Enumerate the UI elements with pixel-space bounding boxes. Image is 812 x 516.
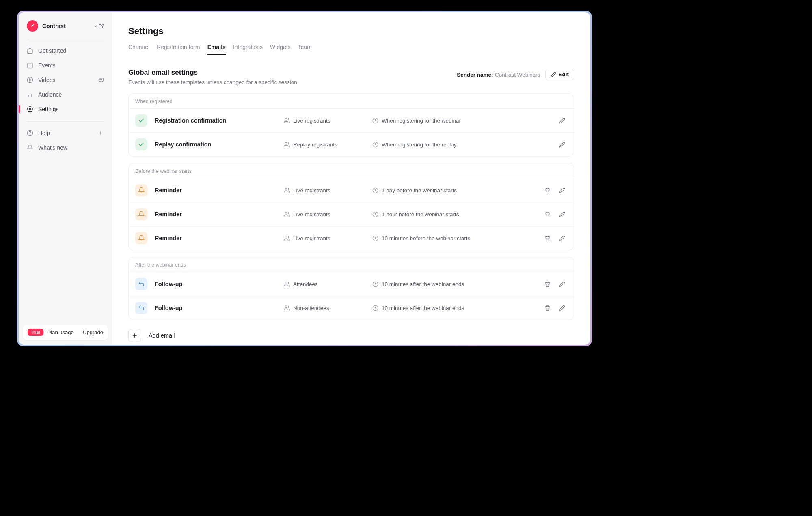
org-switcher[interactable]: Contrast bbox=[42, 23, 93, 29]
undo-icon bbox=[135, 278, 147, 290]
sidebar-item-label: Settings bbox=[38, 106, 104, 112]
people-icon bbox=[284, 118, 290, 124]
add-email-button[interactable] bbox=[128, 329, 141, 342]
bell-icon bbox=[135, 208, 147, 220]
undo-icon bbox=[135, 302, 147, 314]
email-group: After the webinar endsFollow-upAttendees… bbox=[128, 257, 574, 320]
trial-badge: Trial bbox=[28, 329, 43, 336]
home-icon bbox=[27, 47, 33, 54]
email-timing: 10 minutes before the webinar starts bbox=[382, 235, 470, 241]
sidebar-item-videos[interactable]: Videos 69 bbox=[19, 73, 112, 87]
chart-icon bbox=[27, 91, 33, 98]
delete-email-button[interactable] bbox=[542, 185, 553, 196]
svg-point-23 bbox=[285, 305, 287, 307]
bell-icon bbox=[135, 184, 147, 196]
group-header: When registered bbox=[129, 94, 574, 108]
sidebar-item-whats-new[interactable]: What's new bbox=[19, 140, 112, 155]
sidebar-item-label: Get started bbox=[38, 47, 104, 54]
people-icon bbox=[284, 235, 290, 241]
sidebar-item-label: Events bbox=[38, 62, 104, 69]
clock-icon bbox=[372, 118, 378, 124]
gear-icon bbox=[27, 106, 33, 112]
email-audience: Non-attendees bbox=[293, 305, 329, 311]
calendar-icon bbox=[27, 62, 33, 69]
clock-icon bbox=[372, 187, 378, 194]
email-timing: When registering for the replay bbox=[382, 142, 457, 148]
svg-point-15 bbox=[285, 188, 287, 190]
group-header: After the webinar ends bbox=[129, 257, 574, 272]
svg-point-17 bbox=[285, 212, 287, 214]
svg-rect-1 bbox=[28, 63, 32, 68]
email-row: Registration confirmationLive registrant… bbox=[129, 108, 574, 132]
upgrade-link[interactable]: Upgrade bbox=[83, 329, 103, 335]
open-external-button[interactable] bbox=[98, 23, 104, 29]
edit-email-button[interactable] bbox=[557, 185, 567, 196]
email-name: Follow-up bbox=[155, 281, 276, 287]
delete-email-button[interactable] bbox=[542, 303, 553, 313]
people-icon bbox=[284, 305, 290, 311]
chevron-right-icon bbox=[97, 130, 104, 136]
people-icon bbox=[284, 142, 290, 148]
plan-usage-card: Trial Plan usage Upgrade bbox=[23, 325, 108, 340]
svg-point-8 bbox=[29, 108, 31, 110]
edit-email-button[interactable] bbox=[557, 209, 567, 219]
tab-registration-form[interactable]: Registration form bbox=[157, 44, 200, 54]
pencil-icon bbox=[551, 72, 556, 77]
delete-email-button[interactable] bbox=[542, 209, 553, 219]
email-audience: Live registrants bbox=[293, 118, 330, 124]
email-group: When registeredRegistration confirmation… bbox=[128, 93, 574, 157]
app-logo bbox=[27, 20, 38, 32]
main-content: Settings Channel Registration form Email… bbox=[112, 12, 590, 345]
delete-email-button[interactable] bbox=[542, 279, 553, 289]
people-icon bbox=[284, 281, 290, 287]
group-header: Before the webinar starts bbox=[129, 163, 574, 178]
email-audience: Replay registrants bbox=[293, 142, 337, 148]
email-group: Before the webinar startsReminderLive re… bbox=[128, 163, 574, 250]
sidebar-item-settings[interactable]: Settings bbox=[19, 102, 112, 116]
people-icon bbox=[284, 211, 290, 217]
email-name: Reminder bbox=[155, 187, 276, 194]
sender-name-value: Contrast Webinars bbox=[495, 72, 540, 78]
check-icon bbox=[135, 114, 147, 127]
email-row: ReminderLive registrants10 minutes befor… bbox=[129, 226, 574, 250]
email-row: Replay confirmationReplay registrantsWhe… bbox=[129, 132, 574, 156]
sidebar-item-help[interactable]: Help bbox=[19, 126, 112, 140]
section-description: Events will use these templates unless c… bbox=[128, 79, 297, 85]
email-timing: When registering for the webinar bbox=[382, 118, 461, 124]
tab-integrations[interactable]: Integrations bbox=[233, 44, 263, 54]
sidebar-item-label: Videos bbox=[38, 77, 94, 83]
sidebar-item-get-started[interactable]: Get started bbox=[19, 43, 112, 58]
sidebar: Contrast Get started Events Videos bbox=[19, 12, 112, 345]
svg-point-19 bbox=[285, 236, 287, 238]
email-row: ReminderLive registrants1 hour before th… bbox=[129, 202, 574, 226]
email-name: Follow-up bbox=[155, 305, 276, 311]
edit-email-button[interactable] bbox=[557, 279, 567, 289]
svg-point-21 bbox=[285, 282, 287, 284]
email-row: Follow-upNon-attendees10 minutes after t… bbox=[129, 296, 574, 320]
clock-icon bbox=[372, 305, 378, 311]
tab-widgets[interactable]: Widgets bbox=[270, 44, 291, 54]
edit-email-button[interactable] bbox=[557, 233, 567, 243]
email-audience: Live registrants bbox=[293, 187, 330, 194]
help-icon bbox=[27, 130, 33, 136]
edit-sender-button[interactable]: Edit bbox=[545, 69, 574, 80]
email-timing: 1 hour before the webinar starts bbox=[382, 211, 459, 217]
sidebar-item-audience[interactable]: Audience bbox=[19, 87, 112, 102]
delete-email-button[interactable] bbox=[542, 233, 553, 243]
tab-channel[interactable]: Channel bbox=[128, 44, 149, 54]
sidebar-item-label: Audience bbox=[38, 91, 104, 98]
svg-point-11 bbox=[285, 118, 287, 120]
edit-email-button[interactable] bbox=[557, 139, 567, 150]
check-icon bbox=[135, 138, 147, 150]
clock-icon bbox=[372, 211, 378, 217]
tab-emails[interactable]: Emails bbox=[207, 44, 226, 54]
email-timing: 10 minutes after the webinar ends bbox=[382, 281, 464, 287]
chevron-down-icon bbox=[93, 24, 98, 28]
sidebar-item-events[interactable]: Events bbox=[19, 58, 112, 73]
email-audience: Attendees bbox=[293, 281, 318, 287]
edit-email-button[interactable] bbox=[557, 303, 567, 313]
tab-team[interactable]: Team bbox=[298, 44, 312, 54]
play-circle-icon bbox=[27, 77, 33, 83]
add-email-label: Add email bbox=[149, 332, 175, 339]
edit-email-button[interactable] bbox=[557, 115, 567, 126]
